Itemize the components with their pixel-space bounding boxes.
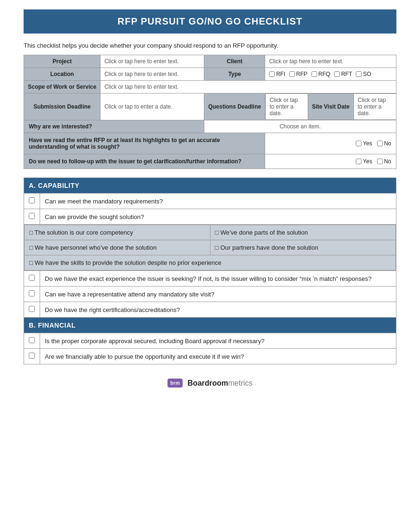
sub-partners: □ Our partners have done the solution [210, 240, 396, 255]
sub-done-parts: □ We’ve done parts of the solution [210, 225, 396, 240]
why-value[interactable]: Choose an item. [204, 120, 396, 133]
site-visit-label: Site Visit Date [308, 94, 353, 120]
read-rfp-no[interactable]: No [377, 140, 391, 147]
type-options-cell: RFI RFP RFQ RFT SO [265, 68, 396, 81]
financial-row-1-text: Is the proper corporate approval secured… [40, 333, 396, 349]
project-label: Project [24, 55, 101, 68]
capability-row-4-text: Can we have a representative attend any … [40, 287, 396, 302]
capability-row-3-text: Do we have the exact experience the issu… [40, 271, 396, 287]
capability-row-2-checkbox[interactable] [24, 209, 40, 225]
footer: brm Boardroommetrics [24, 374, 396, 388]
follow-up-yes[interactable]: Yes [356, 158, 372, 165]
follow-up-label: Do we need to follow-up with the issuer … [24, 154, 265, 169]
read-rfp-label: Have we read the entire RFP or at least … [24, 133, 265, 154]
brand-name: Boardroommetrics [187, 379, 252, 388]
read-rfp-yes[interactable]: Yes [356, 140, 372, 147]
financial-row-2-checkbox[interactable] [24, 349, 40, 364]
location-value[interactable]: Click or tap here to enter text. [101, 68, 204, 81]
type-rft[interactable]: RFT [334, 71, 352, 77]
brm-logo: brm [168, 379, 183, 388]
questions-deadline-row: Click or tap to enter a date. Site Visit… [265, 93, 396, 120]
capability-header: A. CAPABILITY [24, 178, 396, 194]
submission-value[interactable]: Click or tap to enter a date. [101, 93, 204, 120]
type-rfi[interactable]: RFI [269, 71, 285, 77]
sub-skills: □ We have the skills to provide the solu… [25, 255, 396, 270]
scope-label: Scope of Work or Service [24, 81, 101, 93]
financial-row-1-checkbox[interactable] [24, 333, 40, 349]
capability-row-4-checkbox[interactable] [24, 287, 40, 302]
location-label: Location [24, 68, 101, 81]
client-value[interactable]: Click or tap here to enter text. [265, 55, 396, 68]
type-label: Type [204, 68, 265, 81]
scope-value[interactable]: Click or tap here to enter text. [101, 81, 396, 93]
follow-up-no[interactable]: No [377, 158, 391, 165]
sub-core-competency: □ The solution is our core competency [25, 225, 210, 240]
client-label: Client [204, 55, 265, 68]
financial-row-2-text: Are we financially able to pursue the op… [40, 349, 396, 364]
questions-value[interactable]: Click or tap to enter a date. [266, 94, 308, 120]
read-rfp-yn: Yes No [265, 133, 396, 154]
capability-row-5-text: Do we have the right certifications/accr… [40, 302, 396, 318]
site-visit-value[interactable]: Click or tap to enter a date. [353, 94, 396, 120]
type-rfq[interactable]: RFQ [311, 71, 330, 77]
capability-row-3-checkbox[interactable] [24, 271, 40, 287]
page-title: RFP PURSUIT GO/NO GO CHECKLIST [24, 9, 396, 34]
submission-label: Submission Deadline [24, 93, 101, 120]
capability-row-1-text: Can we meet the mandatory requirements? [40, 194, 396, 209]
questions-label: Questions Deadline [204, 93, 265, 120]
intro-text: This checklist helps you decide whether … [24, 42, 396, 49]
type-so[interactable]: SO [356, 71, 371, 77]
sub-personnel: □ We have personnel who’ve done the solu… [25, 240, 210, 255]
financial-header: B. FINANCIAL [24, 318, 396, 333]
project-value[interactable]: Click or tap here to enter text. [101, 55, 204, 68]
capability-row-1-checkbox[interactable] [24, 194, 40, 209]
follow-up-yn: Yes No [265, 154, 396, 169]
capability-row-2-text: Can we provide the sought solution? [40, 209, 396, 225]
capability-row-5-checkbox[interactable] [24, 302, 40, 318]
why-label: Why are we interested? [24, 120, 204, 133]
type-rfp[interactable]: RFP [289, 71, 308, 77]
capability-section: A. CAPABILITY Can we meet the mandatory … [24, 177, 396, 364]
info-table: Project Click or tap here to enter text.… [24, 55, 396, 169]
